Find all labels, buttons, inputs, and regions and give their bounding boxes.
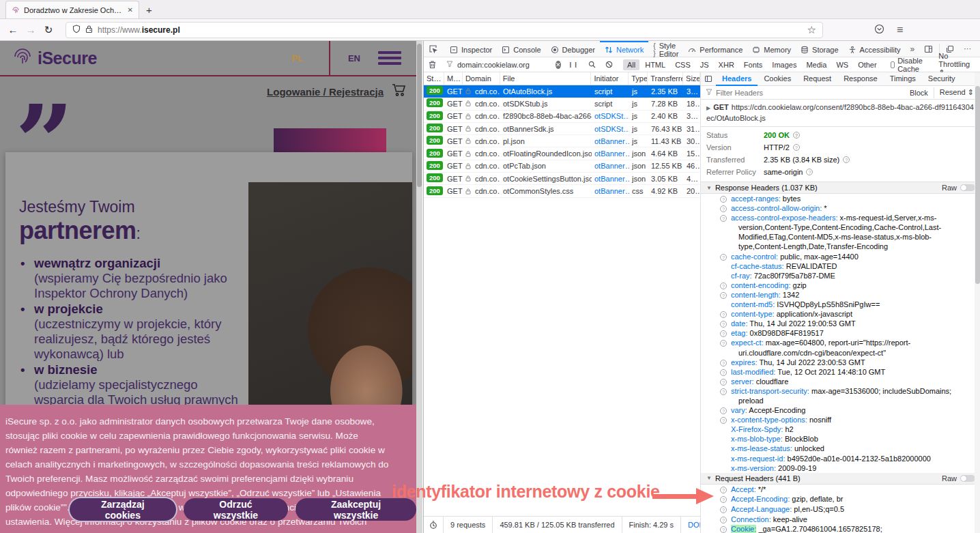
col-size[interactable]: Size bbox=[683, 72, 700, 85]
header-row[interactable]: ?date Thu, 14 Jul 2022 19:00:53 GMT bbox=[701, 319, 980, 328]
tab-storage[interactable]: Storage bbox=[796, 41, 844, 57]
search-icon[interactable] bbox=[583, 61, 601, 68]
manage-cookies-button[interactable]: Zarządzaj cookies bbox=[70, 498, 176, 521]
filter-pill[interactable]: XHR bbox=[715, 59, 738, 70]
col-file[interactable]: File bbox=[500, 72, 592, 85]
tab-network[interactable]: Network bbox=[600, 41, 648, 57]
help-icon[interactable]: ? bbox=[720, 215, 727, 222]
block-request-icon[interactable] bbox=[601, 61, 618, 68]
header-row[interactable]: ?accept-ranges bytes bbox=[701, 194, 980, 203]
request-row[interactable]: 200 GET cdn.co… f2890bc8-88eb-4bac-a266-… bbox=[424, 111, 700, 123]
header-row[interactable]: ?content-md5 ISVHQDp8yLpS5h8SniPgIw== bbox=[701, 300, 980, 309]
help-icon[interactable]: ? bbox=[720, 321, 727, 328]
header-row[interactable]: ?Accept-Language pl,en-US;q=0.5 bbox=[701, 504, 980, 515]
forward-icon[interactable]: → bbox=[22, 24, 40, 35]
header-row[interactable]: ?content-type application/x-javascript bbox=[701, 309, 980, 319]
request-row[interactable]: 200 GET cdn.co… otSDKStub.js script js 7… bbox=[424, 98, 700, 110]
tab-accessibility[interactable]: Accessibility bbox=[844, 41, 906, 57]
filter-pill[interactable]: All bbox=[623, 59, 639, 70]
header-row[interactable]: ?Connection keep-alive bbox=[701, 515, 980, 525]
help-icon[interactable]: ? bbox=[720, 517, 727, 523]
lock-icon[interactable] bbox=[85, 24, 93, 36]
header-row[interactable]: ?expires Thu, 14 Jul 2022 23:00:53 GMT bbox=[701, 358, 980, 367]
header-row[interactable]: ?cache-control public, max-age=14400 bbox=[701, 252, 980, 261]
request-row[interactable]: 200 GET cdn.co… otBannerSdk.js otSDKSt… … bbox=[424, 123, 700, 135]
request-headers-section[interactable]: ▼ Request Headers (441 B) Raw bbox=[701, 473, 980, 485]
tab-close-icon[interactable]: ✕ bbox=[128, 6, 133, 14]
header-row[interactable]: ?strict-transport-security max-age=31536… bbox=[701, 386, 980, 405]
scrollbar-thumb[interactable] bbox=[417, 44, 422, 187]
header-row[interactable]: ?content-length 1342 bbox=[701, 290, 980, 300]
help-icon[interactable]: ? bbox=[720, 526, 727, 533]
app-menu-icon[interactable]: ≡ bbox=[891, 24, 909, 36]
disable-cache-checkbox[interactable] bbox=[891, 61, 895, 68]
tab-console[interactable]: Console bbox=[497, 41, 545, 57]
tab-inspector[interactable]: Inspector bbox=[445, 41, 497, 57]
help-icon[interactable]: ? bbox=[720, 283, 727, 289]
resend-button[interactable]: Resend ⇕ bbox=[936, 88, 978, 97]
detail-tab-cookies[interactable]: Cookies bbox=[758, 72, 797, 86]
more-tabs-icon[interactable]: » bbox=[906, 44, 920, 54]
header-row[interactable]: ?etag 0x8D98D8F4F819517 bbox=[701, 328, 980, 338]
tab-debugger[interactable]: Debugger bbox=[546, 41, 600, 57]
raw-toggle[interactable] bbox=[960, 475, 975, 482]
pocket-icon[interactable] bbox=[868, 24, 891, 36]
browser-tab[interactable]: Doradztwo w Zakresie Ochrony Dany ✕ bbox=[5, 1, 139, 18]
isecure-logo[interactable]: iSecure bbox=[12, 47, 97, 69]
request-row[interactable]: 200 GET cdn.co… otCookieSettingsButton.j… bbox=[424, 173, 700, 185]
new-tab-button[interactable]: + bbox=[139, 4, 159, 18]
tab-style-editor[interactable]: { } Style Editor bbox=[648, 41, 683, 57]
back-icon[interactable]: ← bbox=[4, 24, 22, 35]
login-register-link[interactable]: Logowanie / Rejestracja bbox=[267, 86, 384, 98]
header-row[interactable]: ?x-ms-version 2009-09-19 bbox=[701, 463, 980, 473]
header-row[interactable]: ?access-control-allow-origin * bbox=[701, 203, 980, 213]
header-row[interactable]: ?x-ms-request-id b4952d0e-a01e-0014-2132… bbox=[701, 454, 980, 463]
lang-pl-button[interactable]: PL bbox=[265, 53, 329, 63]
tab-performance[interactable]: Performance bbox=[683, 41, 747, 57]
filter-pill[interactable]: Other bbox=[854, 59, 881, 70]
header-row[interactable]: ?expect-ct max-age=604800, report-uri="h… bbox=[701, 338, 980, 357]
help-icon[interactable]: ? bbox=[720, 506, 727, 513]
split-panel-icon[interactable] bbox=[701, 75, 716, 83]
scrollbar-thumb[interactable] bbox=[975, 86, 980, 284]
header-row[interactable]: ?server cloudflare bbox=[701, 377, 980, 386]
block-url-button[interactable]: Block bbox=[906, 89, 932, 97]
header-row[interactable]: ?Accept-Encoding gzip, deflate, br bbox=[701, 494, 980, 504]
collapse-triangle-icon[interactable]: ▼ bbox=[706, 475, 712, 481]
request-url-line[interactable]: ▶GEThttps://cdn.cookielaw.org/consent/f2… bbox=[701, 100, 980, 127]
detail-tab-request[interactable]: Request bbox=[797, 72, 837, 86]
col-type[interactable]: Type bbox=[629, 72, 648, 85]
request-row[interactable]: 200 GET cdn.co… otPcTab.json otBanner… j… bbox=[424, 160, 700, 173]
request-row[interactable]: 200 GET cdn.co… pl.json otBanner… js 11.… bbox=[424, 135, 700, 147]
header-row[interactable]: ?vary Accept-Encoding bbox=[701, 405, 980, 415]
help-icon[interactable]: ? bbox=[720, 379, 727, 386]
header-row[interactable]: ?last-modified Tue, 12 Oct 2021 14:48:10… bbox=[701, 367, 980, 377]
request-row[interactable]: 200 GET cdn.co… OtAutoBlock.js script js… bbox=[424, 85, 700, 98]
help-icon[interactable]: ? bbox=[720, 330, 727, 337]
detail-tab-response[interactable]: Response bbox=[837, 72, 884, 86]
help-icon[interactable]: ? bbox=[720, 254, 727, 261]
help-icon[interactable]: ? bbox=[720, 417, 727, 424]
filter-pill[interactable]: Media bbox=[802, 59, 831, 70]
header-row[interactable]: ?access-control-expose-headers x-ms-requ… bbox=[701, 213, 980, 251]
header-row[interactable]: ?Accept */* bbox=[701, 485, 980, 495]
detail-scrollbar[interactable] bbox=[975, 72, 980, 533]
header-row[interactable]: ?x-ms-blob-type BlockBlob bbox=[701, 434, 980, 444]
help-icon[interactable]: ? bbox=[720, 292, 727, 299]
filter-headers-input[interactable] bbox=[715, 88, 906, 98]
filter-pill[interactable]: Images bbox=[768, 59, 801, 70]
help-icon[interactable]: ? bbox=[720, 388, 727, 395]
detail-tab-headers[interactable]: Headers bbox=[716, 72, 758, 86]
devtools-close-icon[interactable]: ✕ bbox=[976, 44, 980, 53]
help-icon[interactable]: ? bbox=[720, 407, 727, 414]
filter-pill[interactable]: JS bbox=[696, 59, 713, 70]
page-scrollbar[interactable] bbox=[416, 41, 422, 533]
header-row[interactable]: ?cf-ray 72ac80f79f5a7b87-DME bbox=[701, 271, 980, 280]
site-menu-icon[interactable] bbox=[378, 51, 401, 65]
reload-icon[interactable]: ↻ bbox=[40, 24, 57, 36]
raw-toggle[interactable] bbox=[960, 184, 975, 191]
help-icon[interactable]: ? bbox=[720, 360, 727, 366]
help-icon[interactable]: ? bbox=[720, 496, 727, 503]
request-row[interactable]: 200 GET cdn.co… otCommonStyles.css otBan… bbox=[424, 185, 700, 197]
header-row[interactable]: ?X-Firefox-Spdy h2 bbox=[701, 424, 980, 434]
